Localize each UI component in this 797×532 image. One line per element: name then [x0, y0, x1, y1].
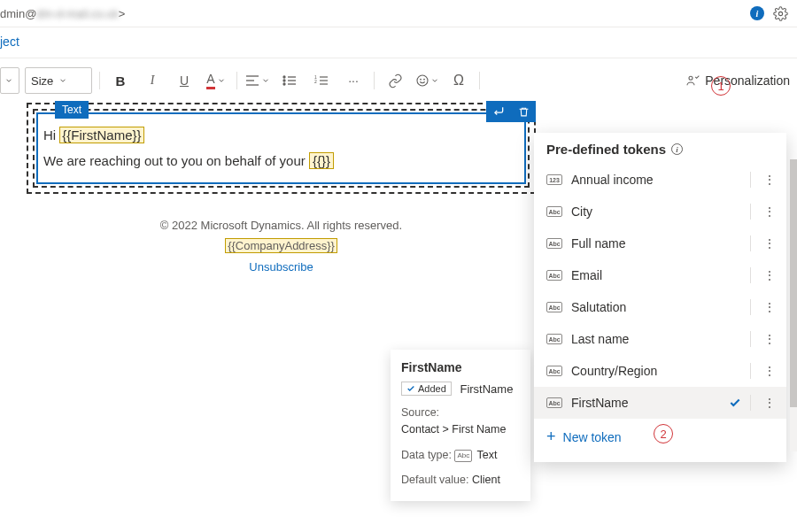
token-empty[interactable]: {{}}: [309, 152, 334, 169]
token-item[interactable]: Abc Country/Region ⋮: [534, 355, 786, 387]
more-icon[interactable]: ⋮: [760, 396, 779, 410]
popover-title: FirstName: [401, 360, 520, 374]
popover-source: Source: Contact > First Name: [401, 405, 520, 438]
font-size-select[interactable]: Size: [25, 67, 92, 94]
font-color-button[interactable]: A: [203, 67, 229, 94]
token-firstname[interactable]: {{FirstName}}: [59, 127, 143, 143]
separator: [750, 363, 751, 379]
separator: [236, 72, 237, 89]
token-item-label: Full name: [571, 236, 741, 251]
separator: [374, 72, 375, 89]
more-icon[interactable]: ⋮: [760, 364, 779, 378]
tokens-panel: Pre-defined tokens i 123 Annual income ⋮…: [534, 133, 786, 462]
separator: [750, 267, 751, 283]
symbol-button[interactable]: Ω: [445, 67, 472, 94]
svg-point-6: [283, 83, 285, 85]
delete-block-button[interactable]: [511, 101, 536, 122]
email-footer: © 2022 Microsoft Dynamics. All rights re…: [27, 215, 536, 277]
bold-button[interactable]: B: [107, 67, 134, 94]
move-block-button[interactable]: [486, 101, 511, 122]
scroll-thumb[interactable]: [790, 159, 797, 407]
settings-icon[interactable]: [772, 5, 788, 21]
svg-point-15: [417, 75, 428, 86]
text-block-actions: [486, 101, 536, 122]
separator: [750, 172, 751, 188]
new-token-button[interactable]: + New token 2: [534, 419, 786, 455]
popover-added-value: FirstName: [460, 382, 513, 396]
unsubscribe-link[interactable]: Unsubscribe: [249, 260, 313, 274]
email-canvas: Text Hi {{FirstName}} We are reaching ou…: [27, 103, 536, 194]
align-button[interactable]: [244, 67, 271, 94]
svg-point-17: [423, 79, 424, 80]
token-detail-popover: FirstName Added FirstName Source: Contac…: [391, 350, 530, 501]
emoji-button[interactable]: [414, 67, 440, 94]
type-badge-icon: Abc: [546, 238, 562, 249]
token-item-label: Country/Region: [571, 364, 741, 378]
italic-button[interactable]: I: [139, 67, 166, 94]
more-icon[interactable]: ⋮: [760, 332, 779, 346]
bullet-list-button[interactable]: [276, 67, 303, 94]
font-family-select[interactable]: [0, 67, 19, 94]
more-formatting-button[interactable]: ···: [340, 67, 367, 94]
svg-text:2: 2: [314, 79, 317, 84]
token-item[interactable]: Abc Full name ⋮: [534, 227, 786, 259]
tokens-panel-title: Pre-defined tokens i: [534, 142, 786, 164]
link-button[interactable]: [382, 67, 408, 94]
separator: [750, 331, 751, 347]
numbered-list-button[interactable]: 12: [308, 67, 335, 94]
separator: [99, 72, 100, 89]
copyright-text: © 2022 Microsoft Dynamics. All rights re…: [27, 215, 536, 235]
more-icon[interactable]: ⋮: [760, 204, 779, 219]
token-list: 123 Annual income ⋮ Abc City ⋮ Abc Full …: [534, 164, 786, 419]
separator: [750, 395, 751, 411]
type-badge-icon: Abc: [546, 302, 562, 312]
token-item[interactable]: Abc FirstName ⋮: [534, 387, 786, 419]
token-item-label: Salutation: [571, 300, 741, 314]
token-item-label: Last name: [571, 332, 741, 346]
text-block-tag: Text: [55, 101, 89, 119]
token-item-label: Annual income: [571, 173, 741, 187]
type-badge-icon: Abc: [546, 397, 562, 408]
editor-line-1: Hi {{FirstName}}: [43, 123, 519, 149]
from-address: dmin@dm-d-mail.co.uk>: [0, 7, 742, 20]
header: dmin@dm-d-mail.co.uk> i: [0, 0, 797, 27]
more-icon[interactable]: ⋮: [760, 173, 779, 187]
subject-row: ject: [0, 27, 797, 58]
separator: [750, 235, 751, 251]
more-icon[interactable]: ⋮: [760, 268, 779, 282]
scrollbar[interactable]: [790, 159, 797, 451]
popover-datatype: Data type: Abc Text: [401, 447, 520, 464]
svg-point-4: [283, 76, 285, 78]
svg-point-0: [778, 12, 782, 15]
type-badge-icon: Abc: [546, 270, 562, 281]
info-icon[interactable]: i: [749, 5, 765, 21]
token-item-label: FirstName: [571, 396, 720, 410]
token-item[interactable]: Abc Email ⋮: [534, 259, 786, 291]
type-badge-icon: Abc: [546, 366, 562, 376]
subject-field[interactable]: ject: [0, 35, 19, 49]
type-badge-icon: 123: [546, 174, 562, 185]
plus-icon: +: [546, 428, 556, 446]
more-icon[interactable]: ⋮: [760, 236, 779, 251]
separator: [750, 299, 751, 315]
separator: [750, 204, 751, 220]
token-item[interactable]: Abc Last name ⋮: [534, 323, 786, 355]
annotation-1: 1: [711, 76, 731, 96]
type-badge-icon: Abc: [546, 206, 562, 217]
token-item[interactable]: 123 Annual income ⋮: [534, 164, 786, 196]
underline-button[interactable]: U: [171, 67, 197, 94]
svg-point-5: [283, 80, 285, 81]
editor-line-2: We are reaching out to you on behalf of …: [43, 149, 519, 174]
formatting-toolbar: Size B I U A 12 ··· Ω Personalization: [0, 58, 797, 103]
more-icon[interactable]: ⋮: [760, 300, 779, 314]
svg-point-16: [420, 79, 421, 80]
token-item[interactable]: Abc City ⋮: [534, 196, 786, 227]
separator: [479, 72, 480, 89]
token-company-address[interactable]: {{CompanyAddress}}: [225, 238, 337, 253]
personalization-button[interactable]: Personalization: [678, 73, 797, 88]
popover-default: Default value: Client: [401, 472, 520, 489]
text-editor[interactable]: Hi {{FirstName}} We are reaching out to …: [36, 112, 526, 184]
token-item-label: City: [571, 204, 741, 219]
info-icon[interactable]: i: [671, 143, 683, 155]
token-item[interactable]: Abc Salutation ⋮: [534, 291, 786, 323]
